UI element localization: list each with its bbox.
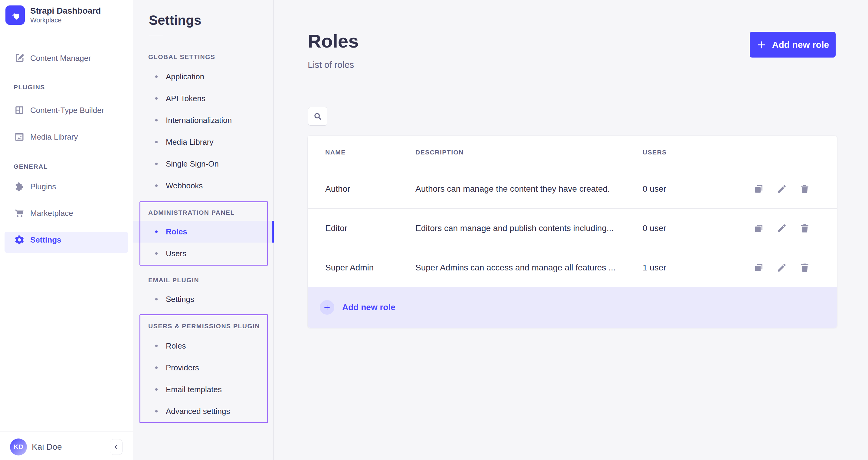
subnav-item-users[interactable]: Users <box>133 242 274 264</box>
duplicate-role-button[interactable] <box>753 262 764 273</box>
delete-role-button[interactable] <box>799 262 810 273</box>
subnav-item-providers[interactable]: Providers <box>133 357 274 378</box>
subnav-item-advanced-settings[interactable]: Advanced settings <box>133 400 274 422</box>
section-email-plugin: EMAIL PLUGIN <box>148 277 199 284</box>
sidebar-item-marketplace[interactable]: Marketplace <box>0 202 133 224</box>
subnav-item-label: Settings <box>166 295 194 304</box>
section-administration-panel: ADMINISTRATION PANEL <box>148 209 235 216</box>
sidebar-item-label: Plugins <box>30 182 56 192</box>
column-header-description: DESCRIPTION <box>415 149 464 156</box>
workspace-logo-row[interactable]: Strapi Dashboard Workplace <box>5 5 101 25</box>
role-users-count: 1 user <box>643 263 666 272</box>
copy-icon <box>753 223 764 234</box>
subnav-item-single-sign-on[interactable]: Single Sign-On <box>133 153 274 175</box>
subnav-item-email-templates[interactable]: Email templates <box>133 378 274 400</box>
subnav-item-label: Media Library <box>166 138 214 147</box>
subnav-item-up-roles[interactable]: Roles <box>133 335 274 357</box>
sidebar-item-label: Media Library <box>30 132 78 142</box>
plus-circle-icon <box>320 300 334 315</box>
picture-icon <box>14 132 25 142</box>
table-row-author[interactable]: Author Authors can manage the content th… <box>308 169 837 208</box>
avatar: KD <box>10 438 27 456</box>
puzzle-icon <box>14 181 25 192</box>
subnav-item-label: Webhooks <box>166 181 203 191</box>
user-name: Kai Doe <box>32 442 62 452</box>
roles-table: NAME DESCRIPTION USERS Author Authors ca… <box>308 136 837 328</box>
add-new-role-label: Add new role <box>772 40 829 50</box>
add-new-role-button[interactable]: Add new role <box>750 32 836 58</box>
sidebar-item-content-type-builder[interactable]: Content-Type Builder <box>0 99 133 121</box>
strapi-dashboard-screen: Strapi Dashboard Workplace Content Manag… <box>0 0 868 460</box>
column-header-users: USERS <box>643 149 667 156</box>
table-header: NAME DESCRIPTION USERS <box>308 136 837 169</box>
sidebar-section-plugins: PLUGINS <box>13 84 45 91</box>
sidebar-item-label: Settings <box>30 235 61 245</box>
sidebar-item-content-manager[interactable]: Content Manager <box>0 47 133 69</box>
main-sidebar: Strapi Dashboard Workplace Content Manag… <box>0 0 133 460</box>
section-users-permissions-plugin: USERS & PERMISSIONS PLUGIN <box>148 322 260 330</box>
edit-role-button[interactable] <box>776 223 787 234</box>
footer-add-role-label: Add new role <box>342 303 396 312</box>
shopping-cart-icon <box>14 208 25 219</box>
subnav-item-label: Internationalization <box>166 116 232 125</box>
copy-icon <box>753 262 764 273</box>
role-description: Super Admins can access and manage all f… <box>415 263 616 272</box>
gear-icon <box>14 234 25 245</box>
table-row-super-admin[interactable]: Super Admin Super Admins can access and … <box>308 248 837 287</box>
role-name: Super Admin <box>325 263 374 272</box>
search-button[interactable] <box>308 107 327 126</box>
row-actions <box>753 262 810 273</box>
sidebar-item-settings[interactable]: Settings <box>0 229 133 251</box>
subnav-item-label: Providers <box>166 363 199 372</box>
duplicate-role-button[interactable] <box>753 183 764 194</box>
page-subtitle: List of roles <box>308 60 354 70</box>
main-content: Roles List of roles Add new role NAME DE… <box>274 0 868 460</box>
subnav-item-media-library[interactable]: Media Library <box>133 131 274 153</box>
subnav-item-webhooks[interactable]: Webhooks <box>133 175 274 197</box>
edit-role-button[interactable] <box>776 262 787 273</box>
app-title: Strapi Dashboard <box>30 6 101 16</box>
role-name: Author <box>325 184 350 194</box>
role-description: Editors can manage and publish contents … <box>415 224 614 233</box>
subnav-item-internationalization[interactable]: Internationalization <box>133 109 274 131</box>
sidebar-divider <box>0 39 133 39</box>
sidebar-item-label: Marketplace <box>30 209 73 218</box>
sidebar-item-label: Content-Type Builder <box>30 106 104 115</box>
role-description: Authors can manage the content they have… <box>415 184 610 194</box>
section-global-settings: GLOBAL SETTINGS <box>148 53 215 61</box>
user-profile[interactable]: KD Kai Doe <box>10 438 62 456</box>
settings-subnav: Settings GLOBAL SETTINGS Application API… <box>133 0 274 460</box>
sidebar-section-general: GENERAL <box>13 163 48 170</box>
copy-icon <box>753 183 764 194</box>
sidebar-item-media-library[interactable]: Media Library <box>0 126 133 148</box>
table-footer-add-role[interactable]: Add new role <box>308 287 837 328</box>
edit-role-button[interactable] <box>776 183 787 194</box>
subnav-item-email-settings[interactable]: Settings <box>133 288 274 310</box>
collapse-sidebar-button[interactable] <box>110 439 123 455</box>
subnav-item-api-tokens[interactable]: API Tokens <box>133 88 274 109</box>
role-name: Editor <box>325 224 347 233</box>
subnav-item-label: Roles <box>166 227 187 236</box>
workspace-title-block: Strapi Dashboard Workplace <box>30 6 101 25</box>
row-actions <box>753 223 810 234</box>
table-row-editor[interactable]: Editor Editors can manage and publish co… <box>308 208 837 248</box>
sidebar-item-plugins[interactable]: Plugins <box>0 176 133 197</box>
trash-icon <box>799 223 810 234</box>
subnav-item-roles[interactable]: Roles <box>133 221 274 242</box>
delete-role-button[interactable] <box>799 223 810 234</box>
subnav-item-label: Single Sign-On <box>166 159 219 169</box>
pencil-icon <box>776 183 787 194</box>
layout-grid-icon <box>14 105 25 116</box>
subnav-item-label: Advanced settings <box>166 407 230 416</box>
pencil-icon <box>776 262 787 273</box>
subnav-item-label: Roles <box>166 341 186 351</box>
subnav-item-application[interactable]: Application <box>133 66 274 88</box>
plus-icon <box>756 40 767 50</box>
duplicate-role-button[interactable] <box>753 223 764 234</box>
delete-role-button[interactable] <box>799 183 810 194</box>
title-divider <box>149 36 163 36</box>
chevron-left-icon <box>113 444 120 450</box>
role-users-count: 0 user <box>643 224 666 233</box>
settings-nav-title: Settings <box>149 13 202 28</box>
subnav-item-label: API Tokens <box>166 94 206 103</box>
